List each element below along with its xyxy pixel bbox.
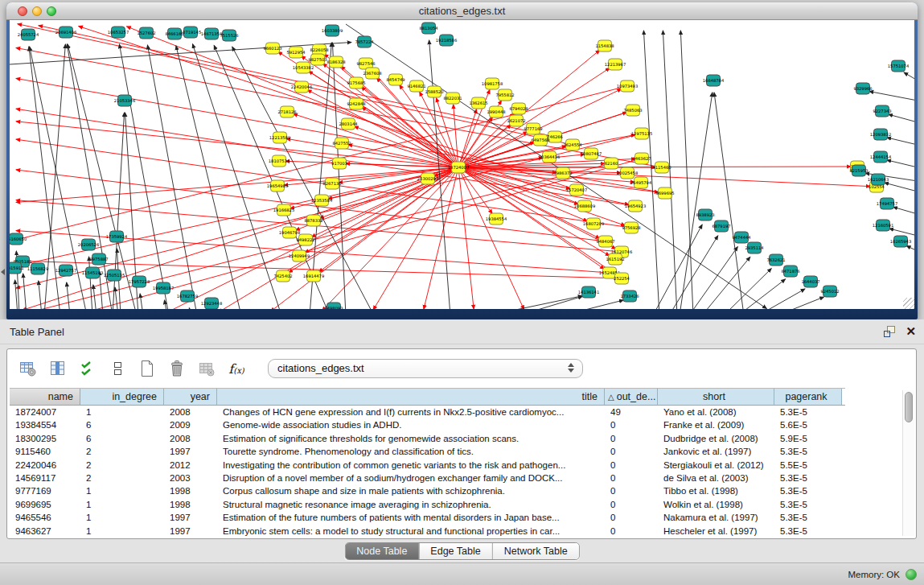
- network-node[interactable]: 9756928: [622, 222, 640, 233]
- network-node[interactable]: 16807209: [583, 218, 604, 229]
- network-node[interactable]: 10025458: [617, 167, 638, 179]
- citation-edge-black[interactable]: [189, 308, 191, 309]
- citation-edge-black[interactable]: [310, 43, 331, 309]
- window-resize-grip[interactable]: [903, 298, 914, 309]
- network-node[interactable]: 9498222: [296, 234, 314, 245]
- table-vertical-scrollbar[interactable]: [902, 390, 914, 536]
- network-node[interactable]: 9227343: [873, 105, 891, 117]
- close-panel-icon[interactable]: ✕: [906, 325, 916, 338]
- network-node[interactable]: 252254: [614, 273, 630, 284]
- network-node[interactable]: 20364436: [539, 151, 560, 163]
- zoom-traffic-light[interactable]: [47, 6, 56, 16]
- collapsed-panel-arrow-icon[interactable]: [1, 269, 5, 275]
- network-node[interactable]: 9484067: [596, 236, 614, 247]
- network-node[interactable]: 9660123: [263, 43, 281, 54]
- table-row[interactable]: 946362711997Embryonic stem cells: a mode…: [10, 525, 845, 538]
- network-node[interactable]: 14671358: [201, 28, 222, 39]
- citation-edge-black[interactable]: [100, 271, 103, 309]
- citation-edge-red[interactable]: [322, 167, 458, 309]
- citation-edge-red[interactable]: [436, 98, 458, 167]
- column-header-name[interactable]: name: [10, 389, 80, 405]
- network-node[interactable]: 12160591: [873, 220, 893, 231]
- network-node[interactable]: 917003: [331, 158, 347, 169]
- citation-edge-black[interactable]: [563, 300, 623, 309]
- table-row[interactable]: 1456911722003Disruption of a novel membe…: [10, 472, 845, 484]
- network-node[interactable]: 2803144: [339, 118, 358, 130]
- column-header-pagerank[interactable]: pagerank: [774, 389, 842, 405]
- network-node[interactable]: 10265943: [890, 236, 911, 247]
- citation-edge-black[interactable]: [885, 183, 914, 192]
- column-header-out_de[interactable]: △out_de...: [605, 389, 658, 405]
- citation-edge-red[interactable]: [339, 167, 458, 183]
- table-row[interactable]: 1938455462009Genome-wide association stu…: [10, 418, 845, 431]
- network-node[interactable]: 1733426: [620, 290, 639, 302]
- table-selector-dropdown[interactable]: citations_edges.txt: [268, 359, 583, 378]
- network-node[interactable]: 2935114: [745, 242, 764, 253]
- network-node[interactable]: 8215953: [849, 165, 868, 176]
- network-node[interactable]: 62160: [605, 158, 618, 169]
- citation-edge-black[interactable]: [758, 289, 805, 309]
- citation-edge-black[interactable]: [889, 229, 914, 236]
- network-node[interactable]: 10719145: [180, 27, 201, 38]
- network-node[interactable]: 3624554: [563, 139, 582, 150]
- network-node[interactable]: 16782759: [177, 290, 198, 302]
- table-row[interactable]: 977716911998Corpus callosum shape and si…: [10, 484, 845, 497]
- citation-edge-black[interactable]: [23, 274, 27, 309]
- trash-button[interactable]: [167, 359, 187, 378]
- network-node[interactable]: 12093832: [870, 129, 891, 140]
- network-node[interactable]: 8186328: [326, 56, 345, 68]
- citation-edge-red[interactable]: [16, 122, 458, 167]
- network-node[interactable]: 7857224: [355, 36, 374, 47]
- network-node[interactable]: 16914479: [303, 270, 324, 282]
- network-node[interactable]: 12444154: [870, 151, 892, 163]
- citation-edge-black[interactable]: [147, 45, 197, 309]
- network-node[interactable]: 9474444: [732, 232, 751, 243]
- network-node[interactable]: 26495794: [630, 177, 652, 188]
- network-node[interactable]: 8822031: [443, 93, 462, 104]
- network-node[interactable]: 16033809: [322, 25, 343, 36]
- network-node[interactable]: 7632621: [766, 254, 785, 266]
- citation-edge-black[interactable]: [906, 245, 914, 251]
- citation-edge-black[interactable]: [887, 138, 914, 145]
- network-canvas[interactable]: 1872400796601235912954822605898275031054…: [10, 20, 914, 309]
- network-node[interactable]: 2367608: [363, 68, 381, 79]
- network-node[interactable]: 10653257: [108, 27, 129, 38]
- citation-edge-black[interactable]: [93, 285, 97, 309]
- stacked-rows-button[interactable]: [108, 359, 127, 378]
- network-node[interactable]: 19166825: [273, 204, 294, 216]
- network-node[interactable]: 7485063: [623, 105, 642, 116]
- network-node[interactable]: 9975887: [89, 253, 108, 265]
- network-node[interactable]: 19384554: [486, 213, 507, 225]
- network-node[interactable]: 5912954: [286, 47, 306, 58]
- citation-edge-red[interactable]: [16, 167, 458, 202]
- network-node[interactable]: 1588520: [425, 86, 443, 97]
- network-node[interactable]: 8471876: [781, 266, 799, 277]
- citation-edge-red[interactable]: [454, 105, 458, 167]
- network-node[interactable]: 9115460: [652, 162, 671, 173]
- network-view[interactable]: 1872400796601235912954822605898275031054…: [10, 20, 914, 309]
- table-row[interactable]: 946554611997Estimation of the future num…: [10, 511, 845, 524]
- network-node[interactable]: 9498093: [324, 303, 343, 309]
- column-header-year[interactable]: year: [164, 389, 217, 405]
- table-row[interactable]: 969969511998Structural magnetic resonanc…: [10, 498, 845, 511]
- network-node[interactable]: 11156829: [27, 263, 48, 274]
- citation-edge-black[interactable]: [778, 297, 824, 309]
- network-node[interactable]: 1644037: [801, 276, 819, 287]
- tab-network-table[interactable]: Network Table: [492, 543, 579, 559]
- network-node[interactable]: 1154838: [595, 40, 614, 51]
- close-traffic-light[interactable]: [18, 6, 27, 16]
- citation-edge-black[interactable]: [904, 72, 914, 80]
- citation-edge-black[interactable]: [869, 92, 914, 101]
- network-node[interactable]: 9777169: [524, 123, 542, 134]
- network-node[interactable]: 9146821: [407, 80, 425, 92]
- table-settings-button[interactable]: [18, 359, 38, 378]
- network-node[interactable]: 6879197: [712, 220, 730, 232]
- citation-edge-red[interactable]: [286, 138, 458, 167]
- network-node[interactable]: 8454749: [386, 74, 405, 85]
- network-node[interactable]: 12213967: [605, 59, 626, 70]
- float-window-icon[interactable]: [883, 325, 896, 338]
- network-node[interactable]: 9699695: [655, 187, 674, 199]
- network-node[interactable]: 1527602: [137, 27, 155, 39]
- citation-edge-black[interactable]: [15, 280, 18, 309]
- citation-edge-black[interactable]: [893, 207, 914, 214]
